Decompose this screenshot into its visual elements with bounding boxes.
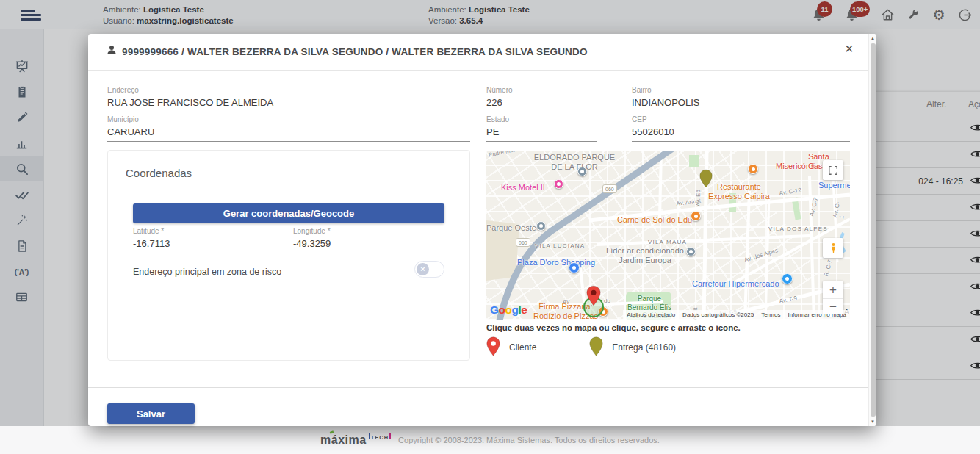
transit-poi[interactable]	[577, 167, 587, 176]
attribution-link[interactable]: Termos	[761, 311, 780, 318]
endereco-value[interactable]: RUA JOSE FRANCISCO DE ALMEIDA	[107, 97, 470, 112]
map-roads-layer	[486, 151, 850, 320]
poi-glyph	[539, 224, 543, 228]
numero-value[interactable]: 226	[486, 97, 597, 112]
person-icon	[106, 44, 118, 59]
store-poi[interactable]	[686, 247, 696, 256]
bairro-label: Bairro	[632, 86, 850, 94]
coordenadas-panel: Coordenadas Gerar coordenadas/Geocode La…	[107, 150, 470, 361]
numero-label: Número	[486, 86, 597, 94]
supermarket-poi[interactable]	[782, 273, 793, 284]
scrollbar-thumb[interactable]	[871, 43, 876, 417]
toggle-knob-x-icon: ×	[417, 263, 429, 275]
google-map[interactable]: Padre MorELDORADO PARQUE DE LA FLORKiss …	[486, 151, 850, 320]
municipio-field[interactable]: Município CARUARU	[107, 115, 470, 142]
longitude-value[interactable]: -49.3259	[293, 238, 444, 253]
road-shield: 060	[516, 238, 530, 247]
copyright-text: Copyright © 2008-2023. Máxima Sistemas. …	[398, 436, 660, 444]
poi-glyph	[694, 215, 698, 218]
shopping-poi[interactable]	[569, 262, 580, 273]
poi-glyph	[785, 277, 789, 281]
save-button[interactable]: Salvar	[107, 403, 195, 424]
map-legend: ClienteEntrega (48160)	[486, 335, 676, 360]
footer: máximaTECH Copyright © 2008-2023. Máxima…	[0, 426, 980, 454]
footer-divider	[88, 387, 868, 388]
endereco-field[interactable]: Endereço RUA JOSE FRANCISCO DE ALMEIDA	[107, 86, 470, 112]
estado-field[interactable]: Estado PE	[486, 115, 597, 142]
legend-item: Entrega (48160)	[589, 336, 676, 359]
municipio-value[interactable]: CARUARU	[107, 126, 470, 142]
longitude-field[interactable]: Longitude * -49.3259	[293, 227, 444, 253]
cep-value[interactable]: 55026010	[632, 126, 850, 142]
geocode-button[interactable]: Gerar coordenadas/Geocode	[133, 203, 444, 223]
endereco-label: Endereço	[107, 86, 470, 94]
pegman-icon	[828, 242, 839, 253]
cep-label: CEP	[632, 115, 850, 123]
map-hint-text: Clique duas vezes no mapa ou clique, seg…	[486, 323, 741, 332]
latitude-field[interactable]: Latitude * -16.7113	[133, 227, 286, 253]
municipio-label: Município	[107, 115, 470, 123]
parque-oeste-poi[interactable]	[536, 221, 546, 231]
map-pegman-control[interactable]	[823, 238, 843, 258]
attribution-link[interactable]: Dados cartográficos ©2025	[682, 311, 754, 318]
poi-glyph	[689, 250, 693, 253]
poi-glyph	[557, 182, 561, 186]
risk-zone-label: Endereço principal em zona de risco	[133, 267, 281, 277]
google-logo: Google	[490, 303, 527, 317]
estado-label: Estado	[486, 115, 597, 123]
motel-poi[interactable]	[554, 179, 563, 189]
coordenadas-divider	[108, 190, 469, 190]
legend-pin-icon	[486, 336, 500, 359]
poi-glyph	[572, 266, 576, 270]
fullscreen-icon	[828, 165, 838, 176]
close-icon[interactable]: ×	[845, 41, 854, 56]
attribution-link[interactable]: Atalhos do teclado	[627, 311, 675, 318]
estado-value[interactable]: PE	[486, 126, 597, 142]
legend-label: Entrega (48160)	[612, 342, 676, 353]
restaurant-poi[interactable]	[748, 164, 758, 174]
latitude-value[interactable]: -16.7113	[133, 238, 286, 253]
coordenadas-title: Coordenadas	[126, 167, 192, 179]
road-shield: 060	[602, 184, 617, 193]
legend-label: Cliente	[509, 342, 536, 353]
restaurant-poi[interactable]	[691, 211, 701, 221]
numero-field[interactable]: Número 226	[486, 86, 597, 112]
modal-title: 9999999666 / WALTER BEZERRA DA SILVA SEG…	[122, 46, 588, 57]
scrollbar-up-arrow[interactable]: ▲	[869, 36, 876, 40]
maxima-tech-logo: máximaTECH	[320, 433, 391, 447]
zoom-in-button[interactable]: +	[823, 281, 843, 299]
poi-glyph	[752, 167, 755, 171]
customer-address-modal: 9999999666 / WALTER BEZERRA DA SILVA SEG…	[88, 34, 876, 426]
map-attribution: Atalhos do tecladoDados cartográficos ©2…	[623, 310, 850, 320]
bairro-field[interactable]: Bairro INDIANOPOLIS	[632, 86, 850, 112]
latitude-label: Latitude *	[133, 227, 286, 235]
legend-pin-icon	[589, 336, 603, 359]
bairro-value[interactable]: INDIANOPOLIS	[632, 97, 850, 112]
poi-glyph	[580, 170, 584, 173]
scrollbar-down-arrow[interactable]: ▼	[869, 419, 876, 424]
legend-item: Cliente	[486, 336, 536, 359]
cep-field[interactable]: CEP 55026010	[632, 115, 850, 142]
header-divider	[88, 70, 868, 71]
client-pin-marker[interactable]	[586, 284, 601, 310]
attribution-link[interactable]: Informar erro no mapa	[788, 311, 846, 318]
risk-zone-toggle[interactable]: ×	[414, 261, 444, 278]
map-fullscreen-button[interactable]	[823, 160, 843, 180]
longitude-label: Longitude *	[293, 227, 444, 235]
delivery-pin-marker[interactable]	[699, 168, 713, 192]
modal-scrollbar[interactable]: ▲ ▼	[868, 34, 876, 426]
